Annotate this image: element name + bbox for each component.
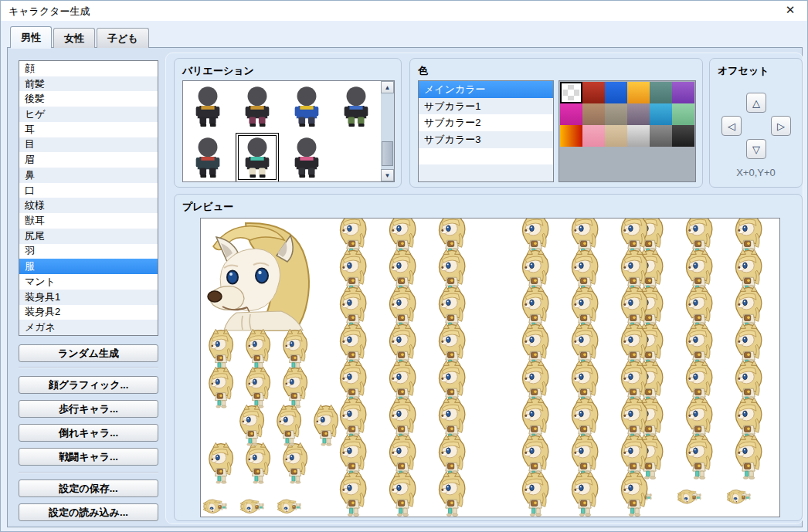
- character-sprite: [205, 329, 236, 371]
- preview-sprite-cell: [435, 472, 469, 515]
- preview-sprite-cell: [583, 472, 617, 515]
- face-graphic-button[interactable]: 顔グラフィック...: [19, 376, 158, 394]
- variation-item[interactable]: [233, 132, 282, 182]
- variation-item[interactable]: [282, 132, 331, 182]
- palette-swatch-6[interactable]: [672, 82, 694, 103]
- palette-swatch-17[interactable]: [650, 125, 672, 147]
- palette-swatch-4[interactable]: [627, 82, 650, 103]
- parts-list-item-8[interactable]: 鼻: [19, 168, 158, 183]
- color-channel-2[interactable]: サブカラー1: [419, 98, 553, 115]
- offset-left-button[interactable]: ◁: [721, 116, 742, 136]
- offset-value: X+0,Y+0: [710, 167, 802, 178]
- tab-女性[interactable]: 女性: [53, 28, 95, 48]
- palette-swatch-9[interactable]: [605, 103, 627, 125]
- color-channel-3[interactable]: サブカラー2: [419, 114, 553, 131]
- load-settings-button[interactable]: 設定の読み込み...: [19, 503, 158, 521]
- character-sprite: [243, 405, 273, 446]
- close-icon[interactable]: ✕: [783, 3, 798, 17]
- parts-list-item-11[interactable]: 獣耳: [19, 213, 158, 229]
- lying-character-sprite: [727, 478, 770, 512]
- preview-sprite-cell: [727, 478, 770, 515]
- character-sprite: [732, 435, 766, 479]
- clothing-variation-sprite: [289, 137, 324, 178]
- preview-sprite-cell: [280, 405, 311, 446]
- parts-list-item-7[interactable]: 眉: [19, 152, 158, 168]
- palette-swatch-7[interactable]: [560, 103, 582, 125]
- preview-sprite-cell: [280, 367, 311, 408]
- save-settings-button[interactable]: 設定の保存...: [19, 479, 158, 497]
- clothing-variation-sprite: [190, 137, 226, 178]
- variation-scrollbar[interactable]: ▲ ▼: [381, 81, 394, 181]
- parts-list-item-9[interactable]: 口: [19, 183, 158, 198]
- parts-list-item-15[interactable]: マント: [19, 274, 158, 290]
- variation-item[interactable]: [282, 81, 331, 132]
- variation-item[interactable]: [183, 132, 233, 182]
- preview-sprite-cell: [484, 472, 518, 515]
- palette-swatch-18[interactable]: [672, 125, 694, 147]
- palette-swatch-12[interactable]: [672, 103, 694, 125]
- variation-item[interactable]: [183, 81, 233, 132]
- color-channel-1[interactable]: メインカラー: [419, 81, 553, 98]
- character-sprite: [243, 329, 273, 371]
- clothing-variation-sprite: [338, 86, 374, 127]
- parts-list-item-3[interactable]: 後髪: [19, 91, 158, 107]
- offset-right-button[interactable]: ▷: [771, 116, 791, 136]
- parts-list-item-4[interactable]: ヒゲ: [19, 107, 158, 122]
- variation-box: ▲ ▼: [182, 80, 395, 182]
- character-sprite: [243, 367, 273, 408]
- clothing-variation-sprite: [239, 137, 275, 178]
- palette-swatch-2[interactable]: [582, 82, 605, 103]
- palette-swatch-11[interactable]: [650, 103, 672, 125]
- preview-sprite-cell: [205, 405, 236, 446]
- parts-list-item-12[interactable]: 尻尾: [19, 229, 158, 244]
- parts-list-item-16[interactable]: 装身具1: [19, 290, 158, 305]
- color-channel-4[interactable]: サブカラー3: [419, 131, 553, 148]
- parts-list-item-10[interactable]: 紋様: [19, 198, 158, 213]
- parts-list[interactable]: 顔前髪後髪ヒゲ耳目眉鼻口紋様獣耳尻尾羽服マント装身具1装身具2メガネ: [19, 60, 158, 336]
- offset-up-button[interactable]: △: [746, 93, 766, 113]
- tab-男性[interactable]: 男性: [10, 26, 52, 48]
- palette-swatch-8[interactable]: [582, 103, 605, 125]
- palette-swatch-10[interactable]: [627, 103, 650, 125]
- preview-sprite-cell: [243, 367, 273, 408]
- palette-swatch-15[interactable]: [605, 125, 627, 147]
- palette-swatch-3[interactable]: [605, 82, 627, 103]
- tab-子ども[interactable]: 子ども: [97, 28, 149, 48]
- parts-list-item-18[interactable]: メガネ: [19, 320, 158, 335]
- divider: [19, 367, 158, 368]
- parts-list-item-17[interactable]: 装身具2: [19, 305, 158, 320]
- character-sprite: [243, 442, 273, 484]
- preview-walk-sprite-grid: [328, 219, 775, 515]
- offset-down-button[interactable]: ▽: [746, 139, 766, 159]
- color-title: 色: [418, 64, 428, 78]
- scroll-up-icon[interactable]: ▲: [381, 81, 394, 93]
- random-generate-button[interactable]: ランダム生成: [19, 344, 158, 362]
- parts-list-item-14[interactable]: 服: [19, 259, 158, 274]
- variation-grid: [183, 81, 382, 182]
- parts-list-item-13[interactable]: 羽: [19, 244, 158, 259]
- scrollbar-thumb[interactable]: [382, 141, 393, 166]
- damage-character-button[interactable]: 倒れキャラ...: [19, 424, 158, 442]
- battle-character-button[interactable]: 戦闘キャラ...: [19, 448, 158, 466]
- parts-list-item-6[interactable]: 目: [19, 137, 158, 153]
- parts-list-item-5[interactable]: 耳: [19, 122, 158, 137]
- preview-sprite-cell: [682, 435, 716, 478]
- down-arrow-icon: ▽: [752, 144, 760, 155]
- variation-item[interactable]: [233, 81, 282, 132]
- preview-sprite-cell: [243, 442, 273, 484]
- preview-small-sprite-grid: [202, 333, 318, 517]
- variation-item[interactable]: [331, 81, 381, 132]
- parts-list-item-1[interactable]: 顔: [19, 61, 158, 76]
- palette-swatch-16[interactable]: [627, 125, 650, 147]
- color-channel-empty: [419, 164, 553, 181]
- palette-swatch-14[interactable]: [582, 125, 605, 147]
- palette-swatch-1[interactable]: [560, 82, 582, 103]
- color-channel-list[interactable]: メインカラーサブカラー1サブカラー2サブカラー3: [418, 80, 554, 182]
- preview-sprite-cell: [280, 329, 311, 371]
- character-sprite: [280, 367, 311, 408]
- walk-character-button[interactable]: 歩行キャラ...: [19, 400, 158, 418]
- palette-swatch-5[interactable]: [650, 82, 672, 103]
- scroll-down-icon[interactable]: ▼: [381, 169, 394, 181]
- parts-list-item-2[interactable]: 前髪: [19, 76, 158, 92]
- palette-swatch-13[interactable]: [560, 125, 582, 147]
